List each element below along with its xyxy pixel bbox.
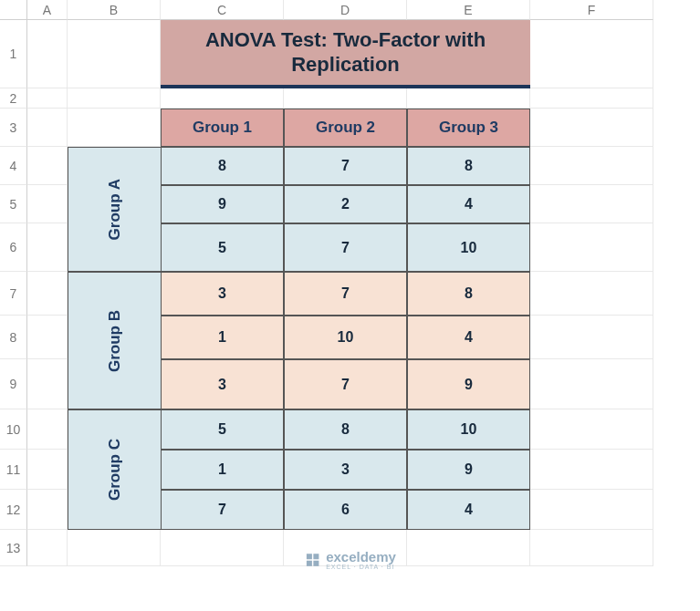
row-header-11[interactable]: 11 — [0, 450, 27, 490]
cell-b-1-3[interactable]: 8 — [407, 272, 530, 316]
watermark: exceldemy EXCEL · DATA · BI — [304, 550, 396, 570]
col-header-b[interactable]: B — [68, 0, 161, 20]
cell-c-1-2[interactable]: 8 — [284, 409, 407, 450]
row-header-6[interactable]: 6 — [0, 223, 27, 272]
select-all-corner[interactable] — [0, 0, 27, 20]
cell-b-2-3[interactable]: 4 — [407, 316, 530, 359]
row-header-12[interactable]: 12 — [0, 490, 27, 530]
cell-b-2-1[interactable]: 1 — [161, 316, 284, 359]
cell-c-2-1[interactable]: 1 — [161, 450, 284, 490]
row-header-1[interactable]: 1 — [0, 20, 27, 88]
row-header-2[interactable]: 2 — [0, 88, 27, 109]
col-group-3: Group 3 — [407, 109, 530, 147]
col-header-d[interactable]: D — [284, 0, 407, 20]
col-group-1: Group 1 — [161, 109, 284, 147]
col-group-2: Group 2 — [284, 109, 407, 147]
cell-a-2-2[interactable]: 2 — [284, 185, 407, 223]
row-header-10[interactable]: 10 — [0, 409, 27, 450]
cell-c-3-2[interactable]: 6 — [284, 490, 407, 530]
cell-c-1-1[interactable]: 5 — [161, 409, 284, 450]
col-header-e[interactable]: E — [407, 0, 530, 20]
cell-a-1-3[interactable]: 8 — [407, 147, 530, 185]
row-group-c: Group C — [68, 409, 161, 530]
cell-a-3-2[interactable]: 7 — [284, 223, 407, 272]
row-header-8[interactable]: 8 — [0, 316, 27, 359]
cell-c-2-3[interactable]: 9 — [407, 450, 530, 490]
col-header-c[interactable]: C — [161, 0, 284, 20]
cell-a-1-1[interactable]: 8 — [161, 147, 284, 185]
cell-a-3-3[interactable]: 10 — [407, 223, 530, 272]
spreadsheet-grid: A B C D E F 1 2 3 4 5 6 7 8 9 10 11 12 1… — [0, 0, 700, 566]
row-group-a: Group A — [68, 147, 161, 272]
cell-b-1-2[interactable]: 7 — [284, 272, 407, 316]
cell-b-3-3[interactable]: 9 — [407, 359, 530, 409]
cell-b-1-1[interactable]: 3 — [161, 272, 284, 316]
cell-a-1-2[interactable]: 7 — [284, 147, 407, 185]
watermark-name: exceldemy — [326, 550, 396, 564]
row-header-13[interactable]: 13 — [0, 530, 27, 566]
row-header-9[interactable]: 9 — [0, 359, 27, 409]
cell-c-1-3[interactable]: 10 — [407, 409, 530, 450]
col-header-a[interactable]: A — [27, 0, 68, 20]
row-group-b: Group B — [68, 272, 161, 409]
cell-c-3-1[interactable]: 7 — [161, 490, 284, 530]
row-header-5[interactable]: 5 — [0, 185, 27, 223]
row-header-3[interactable]: 3 — [0, 109, 27, 147]
cell-b-2-2[interactable]: 10 — [284, 316, 407, 359]
table-title: ANOVA Test: Two-Factor with Replication — [161, 20, 530, 88]
cell-a-3-1[interactable]: 5 — [161, 223, 284, 272]
cell-a-2-3[interactable]: 4 — [407, 185, 530, 223]
row-header-4[interactable]: 4 — [0, 147, 27, 185]
cell-c-2-2[interactable]: 3 — [284, 450, 407, 490]
cell-c-3-3[interactable]: 4 — [407, 490, 530, 530]
watermark-icon — [304, 552, 320, 568]
col-header-f[interactable]: F — [530, 0, 653, 20]
cell-b-3-1[interactable]: 3 — [161, 359, 284, 409]
cell-a-2-1[interactable]: 9 — [161, 185, 284, 223]
row-header-7[interactable]: 7 — [0, 272, 27, 316]
watermark-tagline: EXCEL · DATA · BI — [326, 564, 396, 570]
cell-b-3-2[interactable]: 7 — [284, 359, 407, 409]
